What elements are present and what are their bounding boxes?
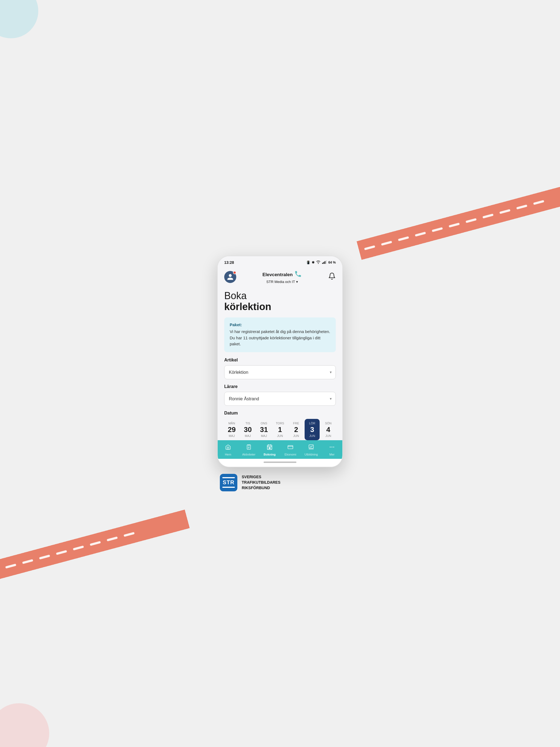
date-number: 3 (310, 426, 314, 433)
svg-rect-1 (323, 262, 324, 264)
date-number: 4 (326, 426, 330, 433)
bottom-nav: HemAktiviteterBokningEkonomiUtbildningMe… (218, 440, 342, 459)
larare-select-wrapper[interactable]: Ronnie Åstrand ▾ (224, 392, 336, 406)
nav-item-aktiviteter[interactable]: Aktiviteter (238, 444, 259, 456)
date-day-name: MÅN (228, 422, 235, 425)
avatar-container[interactable] (224, 271, 236, 283)
road-decoration-bottom (0, 510, 190, 592)
artikel-label: Artikel (224, 358, 336, 363)
artikel-section: Artikel Körlektion ▾ (224, 358, 336, 379)
nav-label-aktiviteter: Aktiviteter (242, 453, 255, 456)
nav-label-hem: Hem (225, 453, 231, 456)
artikel-select[interactable]: Körlektion (225, 366, 335, 379)
svg-rect-11 (269, 447, 271, 449)
date-number: 31 (260, 426, 268, 433)
status-icons: 📳 ✱ (306, 260, 336, 265)
info-box-title: Paket: (230, 323, 330, 327)
date-cell-2-jun[interactable]: FRE 2 JUN (288, 419, 304, 440)
date-number: 29 (228, 426, 236, 433)
svg-rect-7 (268, 445, 272, 450)
nav-icon-bokning (266, 444, 273, 452)
date-day-name: FRE (293, 422, 299, 425)
date-day-name: TORS (276, 422, 284, 425)
nav-item-utbildning[interactable]: Utbildning (301, 444, 322, 456)
notification-badge (233, 271, 236, 274)
home-bar (263, 462, 297, 463)
signal-icon (322, 260, 327, 265)
chevron-down-icon: ▾ (296, 280, 298, 284)
nav-icon-hem (225, 444, 231, 452)
svg-point-16 (330, 446, 331, 447)
date-cell-31-maj[interactable]: ONS 31 MAJ (256, 419, 272, 440)
nav-label-bokning: Bokning (263, 453, 276, 456)
page-title: Boka körlektion (224, 290, 336, 312)
date-cell-3-jun[interactable]: LÖR 3 JUN (305, 419, 320, 440)
phone-wrapper: 13:28 📳 ✱ (217, 256, 343, 491)
nav-label-utbildning: Utbildning (305, 453, 318, 456)
larare-label: Lärare (224, 384, 336, 389)
nav-icon-aktiviteter (246, 444, 252, 452)
nav-label-ekonomi: Ekonomi (285, 453, 297, 456)
date-month: MAJ (229, 434, 235, 437)
str-footer: STR SVERIGES TRAFIKUTBILDARES RIKSFÖRBUN… (217, 474, 343, 491)
info-box: Paket: Vi har registrerat paketet åt dig… (224, 317, 336, 352)
svg-rect-12 (288, 445, 293, 449)
nav-item-ekonomi[interactable]: Ekonomi (280, 444, 301, 456)
date-number: 30 (244, 426, 252, 433)
date-cell-29-maj[interactable]: MÅN 29 MAJ (224, 419, 239, 440)
artikel-select-wrapper[interactable]: Körlektion ▾ (224, 365, 336, 379)
date-month: JUN (309, 434, 315, 437)
phone-icon (294, 270, 302, 279)
bg-decoration-pink (0, 703, 49, 747)
nav-icon-ekonomi (287, 444, 294, 452)
info-box-text: Vi har registrerat paketet åt dig på den… (230, 329, 330, 347)
date-month: JUN (293, 434, 299, 437)
date-day-name: TIS (246, 422, 250, 425)
bluetooth-icon: ✱ (312, 261, 314, 264)
app-header: Elevcentralen STR Media och IT ▾ (218, 267, 342, 284)
date-day-name: SÖN (325, 422, 332, 425)
vibrate-icon: 📳 (306, 261, 310, 264)
datum-label: Datum (224, 411, 336, 416)
date-number: 2 (294, 426, 298, 433)
date-cell-4-jun[interactable]: SÖN 4 JUN (321, 419, 336, 440)
larare-select[interactable]: Ronnie Åstrand (225, 392, 335, 406)
svg-point-18 (333, 446, 334, 447)
larare-section: Lärare Ronnie Åstrand ▾ (224, 384, 336, 406)
date-day-name: ONS (261, 422, 267, 425)
nav-item-hem[interactable]: Hem (218, 444, 238, 456)
str-logo: STR (220, 474, 237, 491)
date-month: MAJ (261, 434, 267, 437)
date-month: MAJ (245, 434, 251, 437)
status-bar: 13:28 📳 ✱ (218, 256, 342, 267)
svg-rect-3 (326, 260, 327, 264)
date-day-name: LÖR (309, 422, 315, 425)
wifi-icon (316, 260, 321, 265)
status-time: 13:28 (224, 260, 234, 265)
home-indicator (218, 459, 342, 467)
header-center: Elevcentralen STR Media och IT ▾ (236, 270, 328, 284)
nav-icon-utbildning (308, 444, 314, 452)
header-subtitle[interactable]: STR Media och IT ▾ (236, 280, 328, 284)
battery-text: 64 % (328, 261, 336, 264)
road-decoration-top (357, 178, 560, 260)
app-title: Elevcentralen (236, 270, 328, 279)
date-month: JUN (325, 434, 331, 437)
date-number: 1 (278, 426, 282, 433)
svg-rect-2 (325, 261, 325, 264)
nav-item-bokning[interactable]: Bokning (259, 444, 280, 456)
datum-section: Datum MÅN 29 MAJ TIS 30 MAJ ONS 31 MAJ T… (224, 411, 336, 440)
str-org-name: SVERIGES TRAFIKUTBILDARES RIKSFÖRBUND (242, 474, 281, 491)
date-cell-30-maj[interactable]: TIS 30 MAJ (240, 419, 255, 440)
date-month: JUN (277, 434, 283, 437)
date-grid: MÅN 29 MAJ TIS 30 MAJ ONS 31 MAJ TORS 1 … (224, 419, 336, 440)
svg-rect-0 (322, 263, 323, 264)
bg-decoration-teal (0, 0, 38, 38)
svg-rect-14 (309, 445, 314, 448)
phone-frame: 13:28 📳 ✱ (217, 256, 343, 467)
svg-point-17 (331, 446, 332, 447)
nav-item-mer[interactable]: Mer (322, 444, 342, 456)
notification-bell-icon[interactable] (328, 272, 336, 282)
date-cell-1-jun[interactable]: TORS 1 JUN (273, 419, 288, 440)
main-content: Boka körlektion Paket: Vi har registrera… (218, 284, 342, 440)
